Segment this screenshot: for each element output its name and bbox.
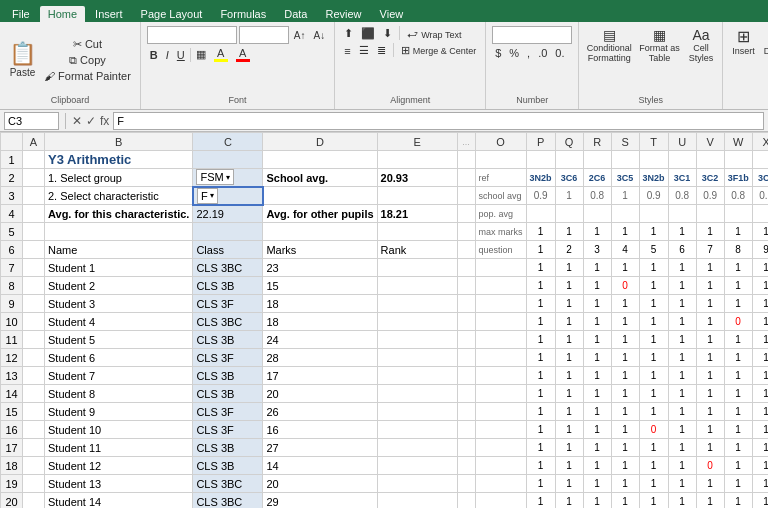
cell-Q14[interactable]: 1	[555, 385, 583, 403]
cell-P12[interactable]: 1	[526, 349, 555, 367]
cell-c3[interactable]: F▾	[193, 187, 263, 205]
cell-T17[interactable]: 1	[639, 439, 668, 457]
cell-U15[interactable]: 1	[668, 403, 696, 421]
cell-S5[interactable]: 1	[611, 223, 639, 241]
cell-W9[interactable]: 1	[724, 295, 752, 313]
cell-o9[interactable]	[475, 295, 526, 313]
cancel-formula-icon[interactable]: ✕	[72, 114, 82, 128]
cell-P18[interactable]: 1	[526, 457, 555, 475]
cell-e20[interactable]	[377, 493, 457, 509]
cell-V2[interactable]: 3C2	[696, 169, 724, 187]
col-header-a[interactable]: A	[23, 133, 45, 151]
cell-W16[interactable]: 1	[724, 421, 752, 439]
cell-X11[interactable]: 1	[752, 331, 768, 349]
cell-S11[interactable]: 1	[611, 331, 639, 349]
cell-V6[interactable]: 7	[696, 241, 724, 259]
cell-W1[interactable]	[724, 151, 752, 169]
font-size-selector[interactable]: 10 ▾	[239, 26, 289, 44]
cell-R9[interactable]: 1	[583, 295, 611, 313]
cell-S16[interactable]: 1	[611, 421, 639, 439]
cell-R18[interactable]: 1	[583, 457, 611, 475]
currency-button[interactable]: $	[492, 46, 504, 60]
cell-T11[interactable]: 1	[639, 331, 668, 349]
cell-b16[interactable]: Student 10	[45, 421, 193, 439]
tab-data[interactable]: Data	[276, 6, 315, 22]
cell-e16[interactable]	[377, 421, 457, 439]
tab-formulas[interactable]: Formulas	[212, 6, 274, 22]
col-header-p[interactable]: P	[526, 133, 555, 151]
cell-c4[interactable]: 22.19	[193, 205, 263, 223]
cell-X17[interactable]: 1	[752, 439, 768, 457]
tab-page-layout[interactable]: Page Layout	[133, 6, 211, 22]
cell-e11[interactable]	[377, 331, 457, 349]
cell-c7[interactable]: CLS 3BC	[193, 259, 263, 277]
cell-V10[interactable]: 1	[696, 313, 724, 331]
col-header-b[interactable]: B	[45, 133, 193, 151]
cell-R14[interactable]: 1	[583, 385, 611, 403]
cell-Q3[interactable]: 1	[555, 187, 583, 205]
cell-P2[interactable]: 3N2b	[526, 169, 555, 187]
cell-d11[interactable]: 24	[263, 331, 377, 349]
tab-view[interactable]: View	[372, 6, 412, 22]
cell-o8[interactable]	[475, 277, 526, 295]
border-button[interactable]: ▦	[193, 47, 209, 62]
tab-review[interactable]: Review	[317, 6, 369, 22]
cell-b18[interactable]: Student 12	[45, 457, 193, 475]
cell-a9[interactable]	[23, 295, 45, 313]
cell-U18[interactable]: 1	[668, 457, 696, 475]
cell-R19[interactable]: 1	[583, 475, 611, 493]
cell-Q7[interactable]: 1	[555, 259, 583, 277]
cell-a16[interactable]	[23, 421, 45, 439]
cell-a19[interactable]	[23, 475, 45, 493]
cell-U17[interactable]: 1	[668, 439, 696, 457]
cell-d12[interactable]: 28	[263, 349, 377, 367]
cell-U10[interactable]: 1	[668, 313, 696, 331]
cell-U11[interactable]: 1	[668, 331, 696, 349]
col-header-x[interactable]: X	[752, 133, 768, 151]
cell-V8[interactable]: 1	[696, 277, 724, 295]
cell-d17[interactable]: 27	[263, 439, 377, 457]
percent-button[interactable]: %	[506, 46, 522, 60]
cell-T16[interactable]: 0	[639, 421, 668, 439]
cell-P10[interactable]: 1	[526, 313, 555, 331]
cell-c13[interactable]: CLS 3B	[193, 367, 263, 385]
cell-V12[interactable]: 1	[696, 349, 724, 367]
cell-V14[interactable]: 1	[696, 385, 724, 403]
row-header[interactable]: 5	[1, 223, 23, 241]
cell-P3[interactable]: 0.9	[526, 187, 555, 205]
cell-T2[interactable]: 3N2b	[639, 169, 668, 187]
decrease-font-button[interactable]: A↓	[310, 29, 328, 42]
cell-V20[interactable]: 1	[696, 493, 724, 509]
cell-S15[interactable]: 1	[611, 403, 639, 421]
formula-input[interactable]	[113, 112, 764, 130]
cell-V9[interactable]: 1	[696, 295, 724, 313]
cell-Q11[interactable]: 1	[555, 331, 583, 349]
cell-V19[interactable]: 1	[696, 475, 724, 493]
cell-b3[interactable]: 2. Select characteristic	[45, 187, 193, 205]
cell-W18[interactable]: 1	[724, 457, 752, 475]
cell-S13[interactable]: 1	[611, 367, 639, 385]
cell-b17[interactable]: Student 11	[45, 439, 193, 457]
align-center-button[interactable]: ☰	[356, 43, 372, 58]
cell-P11[interactable]: 1	[526, 331, 555, 349]
row-header[interactable]: 13	[1, 367, 23, 385]
cell-U5[interactable]: 1	[668, 223, 696, 241]
cell-T18[interactable]: 1	[639, 457, 668, 475]
col-header-e[interactable]: E	[377, 133, 457, 151]
cell-T7[interactable]: 1	[639, 259, 668, 277]
cell-o16[interactable]	[475, 421, 526, 439]
cell-W13[interactable]: 1	[724, 367, 752, 385]
cell-W12[interactable]: 1	[724, 349, 752, 367]
cell-P17[interactable]: 1	[526, 439, 555, 457]
cell-d1[interactable]	[263, 151, 377, 169]
underline-button[interactable]: U	[174, 48, 188, 62]
cell-o15[interactable]	[475, 403, 526, 421]
merge-center-button[interactable]: ⊞ Merge & Center	[398, 43, 480, 58]
cell-c19[interactable]: CLS 3BC	[193, 475, 263, 493]
cell-X14[interactable]: 1	[752, 385, 768, 403]
wrap-text-button[interactable]: ⮐ Wrap Text	[404, 26, 464, 41]
comma-button[interactable]: ,	[524, 46, 533, 60]
cell-d8[interactable]: 15	[263, 277, 377, 295]
cell-e15[interactable]	[377, 403, 457, 421]
cell-U12[interactable]: 1	[668, 349, 696, 367]
